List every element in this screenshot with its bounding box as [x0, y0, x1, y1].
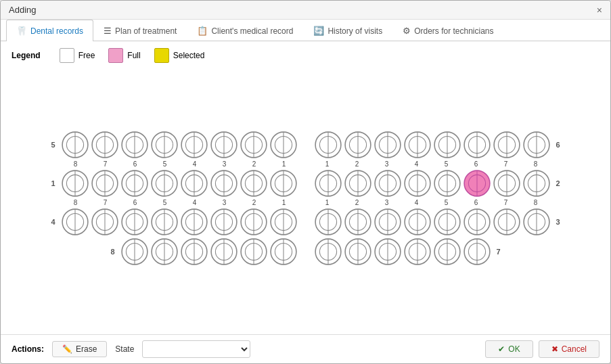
tooth-11[interactable]	[269, 131, 298, 159]
tooth-83[interactable]	[374, 237, 402, 266]
state-select[interactable]	[142, 340, 250, 358]
tooth-73[interactable]	[269, 237, 298, 266]
tooth-43[interactable]	[210, 169, 238, 198]
tooth-86[interactable]	[463, 237, 491, 266]
tooth-41[interactable]	[269, 169, 298, 198]
tooth-number: 6	[121, 160, 150, 168]
tooth-number: 4	[403, 160, 431, 168]
quadrant-label-right: 2	[552, 179, 564, 187]
actions-label: Actions:	[12, 344, 44, 354]
tooth-35[interactable]	[433, 169, 461, 198]
tooth-64[interactable]	[403, 208, 432, 236]
tabs-bar: 🦷 Dental records ☰ Plan of treatment 📋 C…	[1, 20, 610, 41]
tooth-68[interactable]	[522, 208, 551, 236]
medical-icon: 📋	[197, 26, 208, 36]
tooth-78[interactable]	[120, 237, 149, 266]
tooth-58[interactable]	[61, 208, 89, 236]
tab-history[interactable]: 🔄 History of visits	[303, 20, 392, 41]
tooth-54[interactable]	[180, 208, 208, 236]
legend-free-label: Free	[78, 51, 95, 60]
tooth-66[interactable]	[463, 208, 491, 236]
tooth-13[interactable]	[210, 131, 238, 159]
tooth-24[interactable]	[403, 131, 432, 159]
quadrant-label-right: 7	[493, 248, 505, 256]
tooth-33[interactable]	[374, 169, 402, 198]
tooth-77[interactable]	[150, 237, 179, 266]
tooth-number: 4	[181, 199, 209, 206]
cancel-icon: ✖	[551, 344, 558, 354]
tooth-65[interactable]	[433, 208, 461, 236]
tooth-12[interactable]	[240, 131, 268, 159]
tooth-27[interactable]	[493, 131, 521, 159]
tooth-47[interactable]	[91, 169, 119, 198]
tooth-22[interactable]	[344, 131, 372, 159]
tooth-53[interactable]	[210, 208, 238, 236]
tooth-76[interactable]	[180, 237, 208, 266]
tooth-number: 8	[522, 199, 550, 206]
tooth-84[interactable]	[403, 237, 432, 266]
tooth-number: 6	[462, 160, 491, 168]
tooth-37[interactable]	[493, 169, 521, 198]
tooth-67[interactable]	[493, 208, 521, 236]
ok-cancel-area: ✔ OK ✖ Cancel	[485, 340, 599, 358]
legend-full-label: Full	[127, 51, 140, 60]
tooth-63[interactable]	[374, 208, 402, 236]
tooth-75[interactable]	[210, 237, 238, 266]
close-button[interactable]: ×	[597, 5, 602, 15]
tooth-81[interactable]	[314, 237, 342, 266]
tooth-82[interactable]	[344, 237, 372, 266]
tooth-56[interactable]	[120, 208, 149, 236]
tooth-52[interactable]	[240, 208, 268, 236]
tooth-48[interactable]	[61, 169, 89, 198]
plan-icon: ☰	[104, 26, 112, 36]
tooth-62[interactable]	[344, 208, 372, 236]
tooth-42[interactable]	[240, 169, 268, 198]
title-bar: Adding ×	[1, 1, 610, 20]
tooth-21[interactable]	[314, 131, 342, 159]
tab-plan[interactable]: ☰ Plan of treatment	[93, 20, 187, 41]
tooth-14[interactable]	[180, 131, 208, 159]
legend-full-box	[108, 48, 123, 63]
tooth-44[interactable]	[180, 169, 208, 198]
erase-button[interactable]: ✏️ Erase	[52, 341, 107, 357]
state-label: State	[115, 344, 134, 354]
quadrant-label-right: 3	[552, 218, 564, 226]
tooth-46[interactable]	[120, 169, 149, 198]
tooth-number: 2	[343, 199, 371, 206]
tooth-number: 2	[240, 160, 269, 168]
tooth-57[interactable]	[91, 208, 119, 236]
tooth-18[interactable]	[61, 131, 89, 159]
tooth-31[interactable]	[314, 169, 342, 198]
tooth-25[interactable]	[433, 131, 461, 159]
tooth-38[interactable]	[522, 169, 551, 198]
tooth-15[interactable]	[150, 131, 179, 159]
tooth-55[interactable]	[150, 208, 179, 236]
tooth-17[interactable]	[91, 131, 119, 159]
tooth-28[interactable]	[522, 131, 551, 159]
tooth-45[interactable]	[150, 169, 179, 198]
legend-free: Free	[60, 48, 95, 63]
tooth-61[interactable]	[314, 208, 342, 236]
tooth-23[interactable]	[374, 131, 402, 159]
tab-medical-label: Client's medical record	[211, 26, 293, 36]
teeth-row: 5	[47, 131, 564, 159]
tooth-32[interactable]	[344, 169, 372, 198]
tooth-26[interactable]	[463, 131, 491, 159]
tooth-34[interactable]	[403, 169, 432, 198]
tab-dental[interactable]: 🦷 Dental records	[6, 20, 93, 41]
tooth-number: 1	[313, 199, 342, 206]
tooth-51[interactable]	[269, 208, 298, 236]
history-icon: 🔄	[313, 26, 324, 36]
tab-orders[interactable]: ⚙ Orders for technicians	[392, 20, 503, 41]
tooth-74[interactable]	[240, 237, 268, 266]
dialog-title: Adding	[9, 5, 36, 15]
quadrant-label-left: 5	[47, 141, 60, 149]
cancel-button[interactable]: ✖ Cancel	[539, 340, 599, 358]
tooth-36[interactable]	[463, 169, 491, 198]
tooth-16[interactable]	[120, 131, 149, 159]
ok-button[interactable]: ✔ OK	[485, 340, 533, 358]
ok-label: OK	[508, 344, 520, 354]
tooth-number: 8	[62, 160, 90, 168]
tooth-85[interactable]	[433, 237, 461, 266]
tab-medical[interactable]: 📋 Client's medical record	[187, 20, 303, 41]
